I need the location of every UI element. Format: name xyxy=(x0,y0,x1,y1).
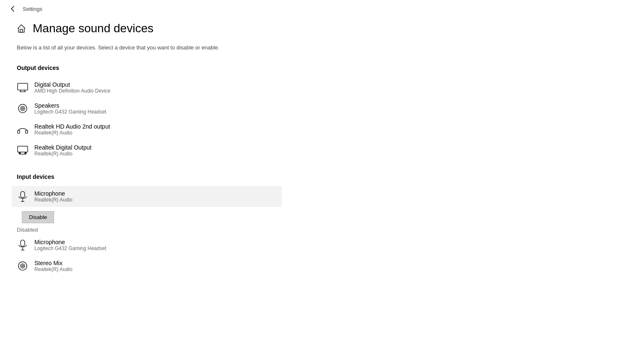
svg-rect-9 xyxy=(26,130,28,133)
svg-rect-8 xyxy=(18,130,20,133)
device-name-microphone-logitech: Microphone xyxy=(34,239,106,245)
device-sub-speakers: Logitech G432 Gaming Headset xyxy=(34,109,106,115)
device-name-realtek-digital: Realtek Digital Output xyxy=(34,144,91,151)
microphone-icon xyxy=(17,191,29,202)
microphone-logitech-icon xyxy=(17,239,29,251)
svg-rect-15 xyxy=(25,152,26,154)
svg-point-7 xyxy=(22,108,23,109)
device-sub-digital-output: AMD High Definition Audio Device xyxy=(34,88,110,94)
input-section-title: Input devices xyxy=(17,173,277,180)
device-name-stereo-mix: Stereo Mix xyxy=(34,260,73,266)
svg-rect-1 xyxy=(18,83,28,90)
svg-rect-10 xyxy=(18,146,28,152)
svg-rect-19 xyxy=(21,240,25,246)
headphone-icon xyxy=(17,124,29,135)
output-section-title: Output devices xyxy=(17,65,277,71)
device-name-speakers: Speakers xyxy=(34,102,106,109)
svg-rect-16 xyxy=(21,191,25,198)
device-item-speakers[interactable]: Speakers Logitech G432 Gaming Headset xyxy=(17,98,277,119)
home-icon xyxy=(17,24,26,33)
main-content: Manage sound devices Below is a list of … xyxy=(0,18,294,306)
device-sub-microphone-realtek: Realtek(R) Audio xyxy=(34,197,73,203)
device-name-realtek-hd: Realtek HD Audio 2nd output xyxy=(34,123,110,130)
device-info-microphone-logitech: Microphone Logitech G432 Gaming Headset xyxy=(34,239,106,251)
device-info-speakers: Speakers Logitech G432 Gaming Headset xyxy=(34,102,106,115)
svg-point-23 xyxy=(21,264,25,268)
back-button[interactable] xyxy=(8,4,18,13)
device-item-microphone-logitech[interactable]: Microphone Logitech G432 Gaming Headset xyxy=(17,235,277,256)
disable-button[interactable]: Disable xyxy=(22,211,54,223)
device-sub-stereo-mix: Realtek(R) Audio xyxy=(34,266,73,272)
page-title: Manage sound devices xyxy=(33,22,153,35)
monitor-small-icon xyxy=(17,145,29,156)
stereo-mix-icon xyxy=(17,260,29,272)
device-info-microphone-realtek: Microphone Realtek(R) Audio xyxy=(34,190,73,203)
monitor-icon xyxy=(17,82,29,93)
svg-point-6 xyxy=(21,106,25,111)
device-info-digital-output: Digital Output AMD High Definition Audio… xyxy=(34,81,110,94)
device-name-digital-output: Digital Output xyxy=(34,81,110,88)
device-sub-realtek-digital: Realtek(R) Audio xyxy=(34,151,91,157)
device-info-realtek-hd: Realtek HD Audio 2nd output Realtek(R) A… xyxy=(34,123,110,136)
speaker-icon xyxy=(17,103,29,114)
page-description: Below is a list of all your devices. Sel… xyxy=(17,44,277,52)
disabled-label: Disabled xyxy=(17,227,277,233)
device-sub-realtek-hd: Realtek(R) Audio xyxy=(34,130,110,136)
device-sub-microphone-logitech: Logitech G432 Gaming Headset xyxy=(34,245,106,251)
device-info-realtek-digital: Realtek Digital Output Realtek(R) Audio xyxy=(34,144,91,157)
input-devices-section: Input devices Microphone Realtek(R) Audi… xyxy=(17,173,277,276)
device-info-stereo-mix: Stereo Mix Realtek(R) Audio xyxy=(34,260,73,272)
device-name-microphone-realtek: Microphone xyxy=(34,190,73,197)
top-bar: Settings xyxy=(0,0,629,18)
svg-rect-22 xyxy=(18,262,27,270)
settings-label: Settings xyxy=(23,6,42,12)
svg-rect-0 xyxy=(20,29,23,32)
svg-rect-5 xyxy=(18,104,27,113)
svg-rect-14 xyxy=(19,152,21,154)
device-item-microphone-realtek[interactable]: Microphone Realtek(R) Audio xyxy=(12,186,282,207)
svg-point-24 xyxy=(22,265,23,267)
output-devices-section: Output devices Digital Output AMD High D… xyxy=(17,65,277,161)
device-item-stereo-mix[interactable]: Stereo Mix Realtek(R) Audio xyxy=(17,256,277,276)
device-item-realtek-digital[interactable]: Realtek Digital Output Realtek(R) Audio xyxy=(17,140,277,161)
page-header: Manage sound devices xyxy=(17,22,277,35)
disable-button-container: Disable xyxy=(17,207,277,223)
device-item-realtek-hd[interactable]: Realtek HD Audio 2nd output Realtek(R) A… xyxy=(17,119,277,140)
device-item-digital-output[interactable]: Digital Output AMD High Definition Audio… xyxy=(17,77,277,98)
